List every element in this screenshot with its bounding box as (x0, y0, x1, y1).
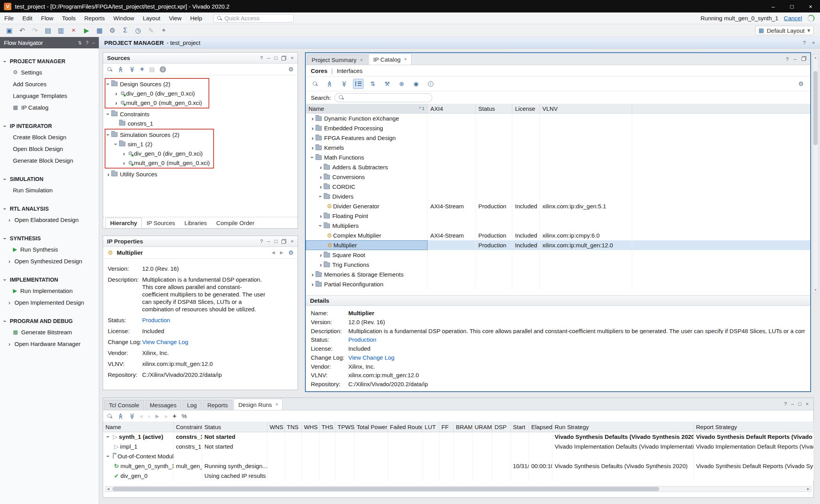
scroll-up-icon[interactable] (814, 55, 817, 60)
close-icon[interactable] (806, 401, 809, 407)
gear-icon[interactable] (289, 66, 294, 73)
flow-nav-item-open-block-design[interactable]: Open Block Design (0, 143, 99, 154)
ip-catalog-vertical-scrollbar[interactable] (813, 54, 818, 293)
search-icon[interactable] (107, 67, 112, 72)
flow-nav-item-run-synthesis[interactable]: Run Synthesis (0, 243, 99, 255)
status-link[interactable]: Production (348, 336, 376, 343)
menu-reports[interactable]: Reports (80, 15, 109, 21)
catalog-row-square-root[interactable]: Square Root (306, 250, 810, 260)
flow-nav-item-open-hardware-manager[interactable]: Open Hardware Manager (0, 338, 99, 350)
forward-icon[interactable] (280, 250, 283, 255)
float-icon[interactable] (802, 56, 806, 61)
close-icon[interactable] (404, 57, 407, 62)
stop-icon[interactable] (68, 26, 79, 35)
flow-nav-item-open-elaborated-design[interactable]: Open Elaborated Design (0, 214, 99, 225)
tab-ip-sources[interactable]: IP Sources (142, 218, 180, 228)
chevron-down-icon[interactable] (113, 141, 119, 147)
tree-item-sim-div-gen-0[interactable]: div_gen_0 (div_gen_0.xci) (105, 149, 213, 158)
column-header-license[interactable]: License (512, 104, 540, 113)
section-header-program-and-debug[interactable]: PROGRAM AND DEBUG (0, 316, 99, 326)
save-icon[interactable] (4, 26, 14, 35)
float-icon[interactable] (282, 239, 286, 244)
column-header-status[interactable]: Status (476, 104, 512, 113)
tree-item-design-sources[interactable]: Design Sources (2) (105, 79, 209, 89)
minimize-icon[interactable] (794, 56, 797, 62)
copy-icon[interactable] (43, 26, 53, 35)
maximize-icon[interactable] (275, 238, 278, 244)
scrollbar-thumb[interactable] (112, 487, 659, 491)
tree-item-sim-mult-gen-0[interactable]: mult_gen_0 (mult_gen_0.xci) (105, 158, 213, 167)
menu-flow[interactable]: Flow (37, 15, 58, 21)
taxonomy-tree-icon[interactable] (353, 79, 364, 89)
catalog-row-cordic[interactable]: CORDIC (306, 182, 810, 192)
chevron-right-icon[interactable] (121, 160, 127, 166)
help-icon[interactable] (784, 401, 787, 407)
column-header-whs[interactable]: WHS (301, 422, 319, 432)
column-header-lut[interactable]: LUT (422, 422, 439, 432)
catalog-row-trig-functions[interactable]: Trig Functions (306, 260, 810, 270)
flow-nav-item-generate-bitstream[interactable]: Generate Bitstream (0, 326, 99, 338)
minimize-icon[interactable] (267, 55, 270, 61)
catalog-row-multiplier-selected[interactable]: Multiplier ProductionIncludedxilinx.com:… (306, 240, 810, 250)
column-header-ths[interactable]: THS (319, 422, 335, 432)
chevron-right-icon[interactable] (310, 115, 316, 122)
catalog-row-dividers[interactable]: Dividers (306, 192, 810, 201)
layout-grid-icon[interactable] (94, 26, 105, 35)
section-header-rtl-analysis[interactable]: RTL ANALYSIS (0, 204, 99, 214)
column-header-elapsed[interactable]: Elapsed (529, 422, 552, 432)
tab-project-summary[interactable]: Project Summary (307, 55, 367, 65)
expand-all-icon[interactable] (339, 79, 349, 89)
minimize-icon[interactable] (791, 401, 794, 407)
chevron-down-icon[interactable] (105, 111, 112, 117)
chevron-down-icon[interactable] (105, 81, 112, 87)
column-header-vlnv[interactable]: VLNV (540, 104, 632, 113)
column-header-wns[interactable]: WNS (267, 422, 284, 432)
run-row-out-of-context-group[interactable]: Out-of-Context Module Runs (103, 451, 813, 461)
section-header-project-manager[interactable]: PROJECT MANAGER (0, 56, 99, 66)
flow-nav-item-run-simulation[interactable]: Run Simulation (0, 184, 99, 196)
column-header-tpws[interactable]: TPWS (335, 422, 354, 432)
menu-file[interactable]: File (0, 15, 18, 21)
chevron-down-icon[interactable] (105, 453, 112, 459)
ip-catalog-search-input[interactable] (335, 93, 432, 102)
run-row-div-gen-0[interactable]: div_gen_0 Using cached IP results (103, 471, 813, 481)
quick-access-search[interactable]: Quick Access (214, 14, 294, 23)
column-header-start[interactable]: Start (510, 422, 529, 432)
info-icon[interactable] (425, 79, 436, 89)
chevron-down-icon[interactable] (317, 193, 324, 199)
cancel-link[interactable]: Cancel (784, 15, 802, 21)
back-icon[interactable] (272, 250, 275, 255)
tree-item-mult-gen-0[interactable]: mult_gen_0 (mult_gen_0.xci) (105, 98, 209, 107)
collapse-all-icon[interactable] (324, 79, 335, 89)
chevron-right-icon[interactable] (121, 150, 127, 157)
menu-view[interactable]: View (165, 15, 186, 21)
close-icon[interactable] (360, 57, 363, 63)
chevron-right-icon[interactable] (318, 183, 324, 190)
catalog-row-multipliers[interactable]: Multipliers (306, 221, 810, 231)
tree-item-utility-sources[interactable]: Utility Sources (103, 169, 298, 179)
chevron-right-icon[interactable] (310, 135, 316, 141)
minimize-icon[interactable] (92, 40, 95, 46)
chevron-right-icon[interactable] (113, 99, 119, 106)
debug-probe-icon[interactable] (159, 26, 169, 35)
help-icon[interactable] (786, 56, 789, 62)
sigma-report-icon[interactable] (120, 26, 130, 35)
hierarchy-toggle-icon[interactable] (367, 79, 378, 89)
close-button[interactable] (801, 0, 820, 12)
chevron-right-icon[interactable] (310, 125, 316, 131)
subtab-cores[interactable]: Cores (311, 67, 328, 74)
maximize-icon[interactable] (275, 55, 278, 61)
add-repository-icon[interactable] (396, 79, 407, 89)
redo-icon[interactable] (30, 26, 40, 35)
tab-hierarchy[interactable]: Hierarchy (105, 218, 142, 228)
design-runs-horizontal-scrollbar[interactable] (105, 486, 811, 492)
help-icon[interactable] (803, 40, 806, 46)
minimize-icon[interactable] (267, 238, 270, 244)
catalog-row-dynamic-function-exchange[interactable]: Dynamic Function eXchange (306, 114, 810, 123)
customize-wrench-icon[interactable] (382, 79, 392, 89)
tab-reports[interactable]: Reports (203, 400, 233, 410)
catalog-row-divider-generator[interactable]: Divider Generator AXI4-StreamProductionI… (306, 201, 810, 211)
tree-item-sim-1[interactable]: sim_1 (2) (105, 139, 213, 149)
float-icon[interactable] (282, 56, 286, 60)
run-row-impl-1[interactable]: impl_1 constrs_1 Not started Vivado Impl… (103, 442, 813, 451)
